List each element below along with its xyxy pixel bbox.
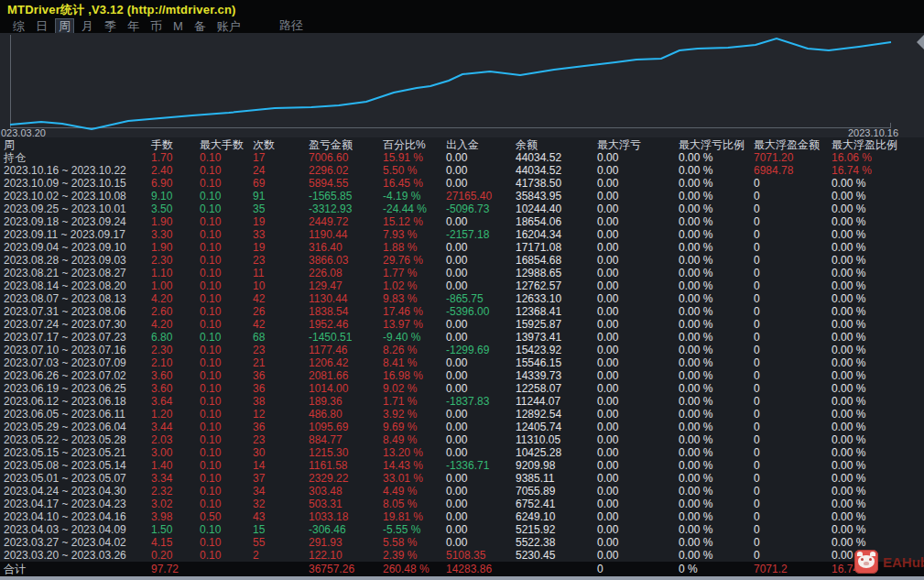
cell: 0.00 % (832, 190, 865, 202)
table-row[interactable]: 2023.09.04 ~ 2023.09.101.900.1019316.401… (0, 241, 924, 254)
cell: -4.19 % (383, 190, 420, 202)
table-row[interactable]: 2023.08.28 ~ 2023.09.032.300.10233866.03… (0, 254, 924, 267)
cell: 0.00 % (832, 510, 865, 523)
table-row[interactable]: 2023.10.16 ~ 2023.10.222.400.10242296.02… (0, 164, 924, 177)
row-label: 2023.04.24 ~ 2023.04.30 (4, 485, 126, 498)
table-row[interactable]: 2023.06.05 ~ 2023.06.111.200.1012486.803… (0, 408, 924, 421)
equity-chart-panel: 023.03.20 2023.10.16 (0, 33, 924, 137)
equity-curve-line (10, 38, 891, 129)
menu-item-1[interactable]: 综 (9, 18, 28, 34)
cell: 0.00 % (679, 164, 712, 177)
cell: 1130.44 (309, 292, 348, 305)
table-row[interactable]: 2023.10.02 ~ 2023.10.089.100.1091-1565.8… (0, 190, 924, 202)
table-row[interactable]: 2023.07.31 ~ 2023.08.062.600.10261838.54… (0, 305, 924, 318)
table-row[interactable]: 2023.05.29 ~ 2023.06.043.440.10361095.69… (0, 421, 924, 433)
table-row[interactable]: 2023.06.19 ~ 2023.06.253.600.10361014.00… (0, 382, 924, 395)
cell: 17.46 % (383, 305, 423, 318)
cell: -5.55 % (383, 523, 420, 536)
menu-item-6[interactable]: 年 (124, 18, 143, 34)
cell: 21 (253, 356, 265, 369)
menu-item-8[interactable]: M (169, 18, 187, 34)
cell: 1161.58 (309, 459, 348, 472)
cell: 0.10 (200, 177, 221, 190)
table-row[interactable]: 持仓1.700.10177006.6015.91 %0.0044034.520.… (0, 151, 924, 164)
table-row[interactable]: 2023.06.26 ~ 2023.07.023.600.10362081.66… (0, 369, 924, 382)
table-row[interactable]: 2023.09.11 ~ 2023.09.173.300.10331190.44… (0, 228, 924, 241)
cell: 0.00 (597, 215, 618, 228)
cell: -1837.83 (446, 395, 489, 408)
menu-item-5[interactable]: 季 (101, 18, 120, 34)
cell: 4.20 (151, 318, 172, 331)
menu-item-path[interactable]: 路径 (279, 18, 303, 32)
column-header: 最大浮亏比例 (679, 138, 745, 151)
table-row[interactable]: 2023.07.03 ~ 2023.07.092.100.10211206.42… (0, 356, 924, 369)
menu-item-3[interactable]: 周 (55, 18, 74, 34)
menu-item-7[interactable]: 币 (147, 18, 166, 34)
total-cell: 7071.2 (754, 563, 788, 576)
table-row[interactable]: 2023.08.14 ~ 2023.08.201.000.1010129.471… (0, 279, 924, 292)
row-label: 2023.05.01 ~ 2023.05.07 (4, 472, 126, 485)
table-row[interactable]: 2023.09.25 ~ 2023.10.013.500.1035-3312.9… (0, 202, 924, 215)
table-row[interactable]: 2023.05.22 ~ 2023.05.282.030.1023884.778… (0, 433, 924, 446)
cell: 3.60 (151, 382, 172, 395)
cell: 6249.10 (516, 510, 555, 523)
table-row[interactable]: 2023.10.09 ~ 2023.10.156.900.10695894.55… (0, 177, 924, 190)
row-label: 2023.08.21 ~ 2023.08.27 (4, 267, 126, 279)
menu-item-2[interactable]: 日 (32, 18, 51, 34)
cell: 9.83 % (383, 292, 417, 305)
cell: 0 (754, 549, 760, 562)
cell: 1.90 (151, 215, 172, 228)
cell: 3.60 (151, 369, 172, 382)
cell: 33 (253, 228, 265, 241)
table-row[interactable]: 2023.04.17 ~ 2023.04.233.020.1032503.318… (0, 498, 924, 510)
cell: 0.00 % (679, 331, 712, 344)
cell: 0.00 (597, 459, 618, 472)
table-row[interactable]: 2023.05.15 ~ 2023.05.213.000.10301215.30… (0, 446, 924, 459)
table-row[interactable]: 2023.04.24 ~ 2023.04.302.320.1034303.484… (0, 485, 924, 498)
table-row[interactable]: 2023.03.27 ~ 2023.04.024.150.1055291.935… (0, 536, 924, 549)
cell: -1450.51 (309, 331, 352, 344)
cell: 0.00 (597, 177, 618, 190)
table-row[interactable]: 2023.05.08 ~ 2023.05.141.400.10141161.58… (0, 459, 924, 472)
cell: 0 (754, 498, 760, 510)
menu-item-10[interactable]: 账户 (213, 18, 245, 34)
table-row[interactable]: 2023.04.03 ~ 2023.04.091.500.1015-306.46… (0, 523, 924, 536)
cell: 0.10 (200, 485, 221, 498)
table-row[interactable]: 2023.07.24 ~ 2023.07.304.200.10421952.46… (0, 318, 924, 331)
cell: 1.88 % (383, 241, 417, 254)
table-row[interactable]: 2023.03.20 ~ 2023.03.260.200.102122.102.… (0, 549, 924, 562)
cell: 0.00 (597, 344, 618, 356)
cell: 0.00 % (679, 254, 712, 267)
cell: 1033.18 (309, 510, 348, 523)
column-header: 手数 (151, 138, 173, 151)
cell: 0.00 % (832, 267, 865, 279)
table-row[interactable]: 2023.09.18 ~ 2023.09.241.900.10192449.72… (0, 215, 924, 228)
table-row[interactable]: 2023.04.10 ~ 2023.04.163.980.50431033.18… (0, 510, 924, 523)
menu-item-9[interactable]: 备 (190, 18, 210, 34)
cell: 0 (754, 395, 760, 408)
cell: 0.00 % (832, 318, 865, 331)
cell: 36 (253, 382, 265, 395)
row-label: 2023.09.11 ~ 2023.09.17 (4, 228, 125, 241)
menu-item-4[interactable]: 月 (78, 18, 97, 34)
cell: 0.00 % (679, 369, 712, 382)
table-row[interactable]: 2023.08.07 ~ 2023.08.134.200.10421130.44… (0, 292, 924, 305)
cell: 0.10 (200, 318, 221, 331)
cell: 2.40 (151, 164, 172, 177)
cell: 0.00 % (679, 344, 712, 356)
cell: 34 (253, 485, 265, 498)
cell: 1.50 (151, 523, 172, 536)
table-row[interactable]: 2023.05.01 ~ 2023.05.073.340.10372329.22… (0, 472, 924, 485)
cell: 5.58 % (383, 536, 417, 549)
cell: 0 (754, 215, 760, 228)
table-row[interactable]: 2023.08.21 ~ 2023.08.271.100.1011226.081… (0, 267, 924, 279)
table-row[interactable]: 2023.06.12 ~ 2023.06.183.640.1038189.361… (0, 395, 924, 408)
cell: 0.00 (446, 318, 467, 331)
scroll-arrow-icon[interactable] (917, 35, 924, 49)
cell: 1952.46 (309, 318, 348, 331)
column-header: 周 (4, 138, 15, 151)
cell: 0.00 (446, 536, 467, 549)
table-row[interactable]: 2023.07.10 ~ 2023.07.162.300.10231177.46… (0, 344, 924, 356)
column-header: 最大手数 (200, 138, 244, 151)
table-row[interactable]: 2023.07.17 ~ 2023.07.236.800.1068-1450.5… (0, 331, 924, 344)
